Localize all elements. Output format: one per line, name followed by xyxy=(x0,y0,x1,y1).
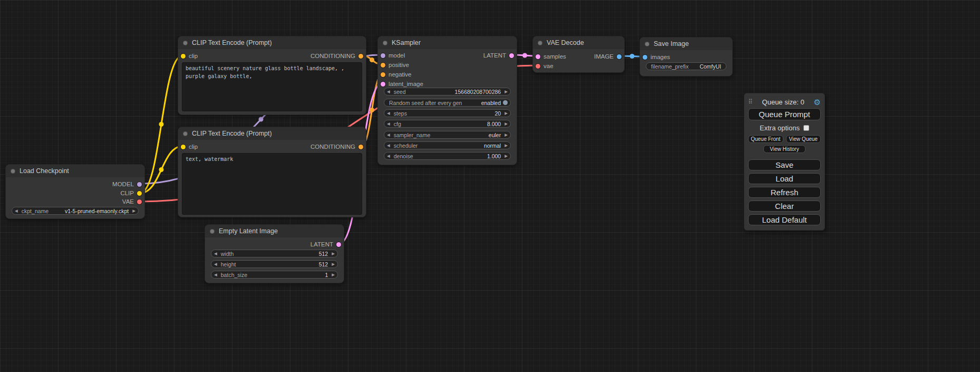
increment-arrow-icon[interactable]: ▶ xyxy=(504,111,508,116)
view-queue-button[interactable]: View Queue xyxy=(786,135,821,143)
latent-port-dot[interactable] xyxy=(336,242,341,247)
widget-width[interactable]: ◀ width 512 ▶ xyxy=(211,250,338,257)
output-port-model[interactable]: MODEL xyxy=(112,180,142,188)
input-port-vae[interactable]: vae xyxy=(536,62,554,70)
image-port-dot[interactable] xyxy=(617,54,622,59)
vae-port-dot[interactable] xyxy=(536,64,540,69)
output-port-image[interactable]: IMAGE xyxy=(594,52,622,61)
node-title-bar[interactable]: CLIP Text Encode (Prompt) xyxy=(178,36,366,49)
queue-prompt-button[interactable]: Queue Prompt xyxy=(748,108,821,120)
increment-arrow-icon[interactable]: ▶ xyxy=(504,133,508,137)
increment-arrow-icon[interactable]: ▶ xyxy=(504,144,508,148)
widget-height[interactable]: ◀ height 512 ▶ xyxy=(211,260,338,268)
increment-arrow-icon[interactable]: ▶ xyxy=(332,252,335,256)
input-port-samples[interactable]: samples xyxy=(536,52,566,61)
node-empty-latent-image[interactable]: Empty Latent Image LATENT ◀ width 512 ▶ … xyxy=(205,224,344,283)
output-port-clip[interactable]: CLIP xyxy=(120,189,142,197)
settings-gear-icon[interactable]: ⚙ xyxy=(814,98,821,106)
increment-arrow-icon[interactable]: ▶ xyxy=(132,209,135,213)
drag-handle-icon[interactable]: ⠿ xyxy=(748,99,753,105)
node-title-bar[interactable]: Save Image xyxy=(640,37,732,50)
save-button[interactable]: Save xyxy=(748,159,821,170)
clip-port-dot[interactable] xyxy=(181,54,186,59)
node-clip-text-encode-negative[interactable]: CLIP Text Encode (Prompt) clip CONDITION… xyxy=(178,127,366,217)
input-port-model[interactable]: model xyxy=(381,51,405,60)
toggle-indicator[interactable] xyxy=(503,100,508,105)
decrement-arrow-icon[interactable]: ◀ xyxy=(15,209,18,213)
increment-arrow-icon[interactable]: ▶ xyxy=(504,90,508,94)
decrement-arrow-icon[interactable]: ◀ xyxy=(214,262,217,266)
node-vae-decode[interactable]: VAE Decode samples vae IMAGE xyxy=(532,36,625,73)
node-title-bar[interactable]: Load Checkpoint xyxy=(6,165,144,177)
clear-button[interactable]: Clear xyxy=(748,201,821,212)
load-button[interactable]: Load xyxy=(748,173,821,184)
node-collapse-dot[interactable] xyxy=(383,41,387,45)
conditioning-port-dot[interactable] xyxy=(381,72,385,77)
decrement-arrow-icon[interactable]: ◀ xyxy=(214,273,217,277)
extra-options-checkbox[interactable] xyxy=(803,125,809,131)
node-collapse-dot[interactable] xyxy=(210,229,215,234)
decrement-arrow-icon[interactable]: ◀ xyxy=(387,133,390,137)
model-port-dot[interactable] xyxy=(381,53,385,58)
input-port-clip[interactable]: clip xyxy=(181,52,198,60)
node-title-bar[interactable]: CLIP Text Encode (Prompt) xyxy=(178,127,366,140)
latent-port-dot[interactable] xyxy=(509,53,514,58)
widget-ckpt-name[interactable]: ◀ ckpt_name v1-5-pruned-emaonly.ckpt ▶ xyxy=(12,207,139,215)
widget-batch-size[interactable]: ◀ batch_size 1 ▶ xyxy=(211,271,338,279)
input-port-negative[interactable]: negative xyxy=(381,70,411,79)
node-collapse-dot[interactable] xyxy=(11,169,15,174)
node-collapse-dot[interactable] xyxy=(183,41,188,45)
widget-filename-prefix[interactable]: filename_prefix ComfyUI xyxy=(646,62,726,70)
decrement-arrow-icon[interactable]: ◀ xyxy=(387,144,390,148)
node-load-checkpoint[interactable]: Load Checkpoint MODEL CLIP VAE ◀ ckpt_na… xyxy=(5,164,145,219)
latent-port-dot[interactable] xyxy=(381,82,385,87)
vae-port-dot[interactable] xyxy=(137,199,142,204)
clip-port-dot[interactable] xyxy=(137,191,142,196)
input-port-positive[interactable]: positive xyxy=(381,61,409,69)
prompt-textarea[interactable]: beautiful scenery nature glass bottle la… xyxy=(182,62,362,111)
widget-sampler-name[interactable]: ◀ sampler_name euler ▶ xyxy=(384,131,511,139)
node-collapse-dot[interactable] xyxy=(538,41,542,45)
increment-arrow-icon[interactable]: ▶ xyxy=(504,122,508,126)
output-port-conditioning[interactable]: CONDITIONING xyxy=(311,52,363,60)
decrement-arrow-icon[interactable]: ◀ xyxy=(387,90,390,94)
output-port-latent[interactable]: LATENT xyxy=(483,51,514,60)
decrement-arrow-icon[interactable]: ◀ xyxy=(387,154,390,158)
node-collapse-dot[interactable] xyxy=(645,42,649,46)
increment-arrow-icon[interactable]: ▶ xyxy=(332,273,335,277)
image-port-dot[interactable] xyxy=(643,55,647,60)
node-title-bar[interactable]: VAE Decode xyxy=(533,36,624,49)
node-clip-text-encode-positive[interactable]: CLIP Text Encode (Prompt) clip CONDITION… xyxy=(178,36,366,115)
increment-arrow-icon[interactable]: ▶ xyxy=(332,262,335,266)
node-collapse-dot[interactable] xyxy=(183,131,188,136)
clip-port-dot[interactable] xyxy=(181,145,186,149)
node-title-bar[interactable]: KSampler xyxy=(378,36,517,49)
widget-cfg[interactable]: ◀ cfg 8.000 ▶ xyxy=(384,120,511,128)
conditioning-port-dot[interactable] xyxy=(358,54,363,59)
decrement-arrow-icon[interactable]: ◀ xyxy=(387,111,390,116)
output-port-vae[interactable]: VAE xyxy=(122,197,142,206)
widget-denoise[interactable]: ◀ denoise 1.000 ▶ xyxy=(384,152,511,160)
conditioning-port-dot[interactable] xyxy=(358,145,363,149)
view-history-button[interactable]: View History xyxy=(763,145,806,153)
refresh-button[interactable]: Refresh xyxy=(748,187,821,198)
node-ksampler[interactable]: KSampler model positive negative latent_… xyxy=(377,36,517,165)
widget-steps[interactable]: ◀ steps 20 ▶ xyxy=(384,109,511,117)
output-port-latent[interactable]: LATENT xyxy=(311,240,341,249)
widget-seed[interactable]: ◀ seed 156680208700286 ▶ xyxy=(384,88,511,96)
decrement-arrow-icon[interactable]: ◀ xyxy=(214,252,217,256)
input-port-latent-image[interactable]: latent_image xyxy=(381,80,423,88)
increment-arrow-icon[interactable]: ▶ xyxy=(504,154,508,158)
prompt-textarea[interactable]: text, watermark xyxy=(182,153,362,215)
output-port-conditioning[interactable]: CONDITIONING xyxy=(311,142,363,151)
conditioning-port-dot[interactable] xyxy=(381,63,385,68)
node-title-bar[interactable]: Empty Latent Image xyxy=(205,225,344,237)
decrement-arrow-icon[interactable]: ◀ xyxy=(387,122,390,126)
node-save-image[interactable]: Save Image images filename_prefix ComfyU… xyxy=(639,37,733,77)
widget-scheduler[interactable]: ◀ scheduler normal ▶ xyxy=(384,141,511,149)
input-port-images[interactable]: images xyxy=(643,53,670,61)
widget-random-seed-toggle[interactable]: Random seed after every gen enabled xyxy=(384,99,511,107)
node-graph-canvas[interactable]: Load Checkpoint MODEL CLIP VAE ◀ ckpt_na… xyxy=(0,0,980,372)
input-port-clip[interactable]: clip xyxy=(181,142,198,151)
queue-front-button[interactable]: Queue Front xyxy=(748,135,783,143)
